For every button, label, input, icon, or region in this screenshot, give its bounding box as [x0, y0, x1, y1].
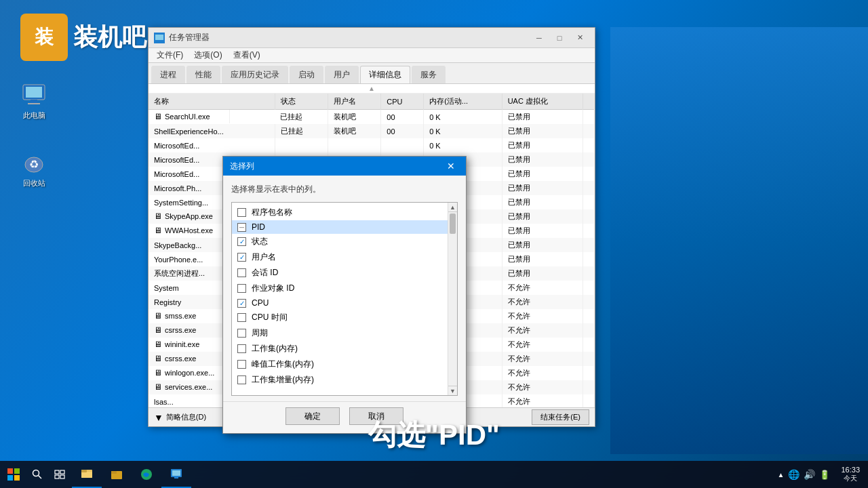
dialog-list-item[interactable]: ─PID — [232, 220, 448, 234]
dialog-list-item[interactable]: 工作集(内存) — [232, 341, 448, 357]
taskbar: ▲ 🌐 🔊 🔋 16:33 今天 — [0, 461, 868, 488]
dialog-list-item[interactable]: 作业对象 ID — [232, 281, 448, 296]
svg-rect-15 — [55, 470, 59, 474]
svg-rect-18 — [60, 475, 64, 479]
tab-users[interactable]: 用户 — [325, 66, 359, 83]
scrollbar-thumb[interactable] — [450, 214, 456, 234]
checkbox-cpu-time[interactable] — [237, 313, 246, 322]
tab-startup[interactable]: 启动 — [290, 66, 323, 83]
checkbox-cycle[interactable] — [237, 329, 246, 338]
tab-details[interactable]: 详细信息 — [360, 66, 410, 83]
computer-icon — [20, 81, 47, 108]
bottom-annotation: 勾选"PID" — [0, 416, 868, 454]
tab-app-history[interactable]: 应用历史记录 — [222, 66, 288, 83]
taskbar-app-edge[interactable] — [132, 461, 161, 488]
desktop-icon-recycle[interactable]: ♻ 回收站 — [9, 149, 58, 188]
taskbar-app-taskmgr[interactable] — [161, 461, 191, 488]
dialog-list-item[interactable]: CPU 时间 — [232, 310, 448, 325]
dialog-list-item[interactable]: 会话 ID — [232, 265, 448, 281]
recycle-icon-label: 回收站 — [23, 179, 45, 188]
menu-view[interactable]: 查看(V) — [228, 48, 266, 62]
checkbox-status[interactable]: ✓ — [237, 237, 246, 246]
menu-options[interactable]: 选项(O) — [189, 48, 227, 62]
col-scrollbar-space — [583, 94, 595, 110]
scrollbar-track[interactable] — [448, 212, 457, 386]
tm-menubar: 文件(F) 选项(O) 查看(V) — [149, 48, 595, 63]
logo-area: 装 装机吧 — [20, 14, 146, 61]
show-desktop-button[interactable] — [865, 461, 868, 488]
col-status[interactable]: 状态 — [275, 94, 328, 110]
tray-network[interactable]: 🌐 — [788, 469, 800, 480]
desktop: 装 装机吧 此电脑 ♻ 回收站 — [0, 0, 868, 488]
tray-expand[interactable]: ▲ — [778, 471, 785, 479]
minimize-button[interactable]: ─ — [530, 31, 549, 45]
checkbox-pid[interactable]: ─ — [237, 223, 246, 232]
dialog-list-item[interactable]: 程序包名称 — [232, 205, 448, 220]
taskbar-app-folder[interactable] — [102, 461, 132, 488]
col-memory[interactable]: 内存(活动... — [424, 94, 502, 110]
svg-text:♻: ♻ — [29, 159, 39, 170]
dialog-list: 程序包名称─PID✓状态✓用户名会话 ID作业对象 ID✓CPUCPU 时间周期… — [232, 203, 448, 395]
checkbox-job-object-id[interactable] — [237, 284, 246, 293]
scrollbar-up[interactable]: ▲ — [448, 203, 457, 212]
search-button[interactable] — [27, 461, 47, 488]
tm-tabs: 进程 性能 应用历史记录 启动 用户 详细信息 服务 — [149, 63, 595, 84]
checkbox-peak-working-set[interactable] — [237, 360, 246, 369]
dialog-list-item[interactable]: ✓状态 — [232, 234, 448, 249]
desktop-icon-computer[interactable]: 此电脑 — [9, 81, 58, 120]
tab-services[interactable]: 服务 — [412, 66, 446, 83]
svg-rect-10 — [14, 468, 20, 474]
dialog-item-label: 用户名 — [252, 251, 276, 263]
svg-rect-27 — [174, 477, 178, 479]
dialog-titlebar: 选择列 ✕ — [223, 157, 466, 176]
dialog-item-label: 工作集(内存) — [252, 343, 298, 354]
tab-process[interactable]: 进程 — [151, 66, 185, 83]
scroll-up-arrow[interactable]: ▲ — [149, 84, 595, 94]
dialog-list-item[interactable]: 工作集增量(内存) — [232, 372, 448, 388]
svg-rect-23 — [111, 471, 117, 474]
dialog-scrollbar[interactable]: ▲ ▼ — [448, 203, 457, 395]
taskbar-app-explorer[interactable] — [72, 461, 102, 488]
start-button[interactable] — [0, 461, 27, 488]
table-row[interactable]: 🖥SearchUI.exe已挂起装机吧000 K已禁用 — [149, 110, 595, 125]
dialog-list-item[interactable]: 峰值工作集(内存) — [232, 357, 448, 372]
scrollbar-down[interactable]: ▼ — [448, 386, 457, 395]
dialog-description: 选择将显示在表中的列。 — [231, 184, 458, 195]
svg-rect-20 — [81, 472, 92, 478]
svg-rect-9 — [7, 468, 13, 474]
dialog-list-item[interactable]: 周期 — [232, 325, 448, 341]
dialog-list-item[interactable]: ✓CPU — [232, 296, 448, 310]
taskbar-clock[interactable]: 16:33 今天 — [835, 466, 865, 483]
checkbox-cpu[interactable]: ✓ — [237, 299, 246, 308]
dialog-close-btn[interactable]: ✕ — [443, 159, 459, 173]
checkbox-working-set-delta[interactable] — [237, 375, 246, 384]
taskbar-tray: ▲ 🌐 🔊 🔋 — [772, 469, 836, 480]
tray-volume[interactable]: 🔊 — [804, 469, 815, 480]
dialog-list-item[interactable]: ✓用户名 — [232, 249, 448, 265]
restore-button[interactable]: □ — [550, 31, 569, 45]
task-view-button[interactable] — [47, 461, 72, 488]
tray-battery: 🔋 — [819, 470, 830, 480]
tm-titlebar: 任务管理器 ─ □ ✕ — [149, 28, 595, 48]
checkbox-session-id[interactable] — [237, 268, 246, 277]
checkbox-username[interactable]: ✓ — [237, 253, 246, 262]
col-user[interactable]: 用户名 — [328, 94, 381, 110]
checkbox-working-set[interactable] — [237, 344, 246, 353]
tab-performance[interactable]: 性能 — [186, 66, 220, 83]
dialog-item-label: CPU 时间 — [252, 312, 288, 323]
svg-rect-8 — [157, 40, 161, 41]
menu-file[interactable]: 文件(F) — [151, 48, 189, 62]
col-cpu[interactable]: CPU — [381, 94, 424, 110]
logo-text: 装机吧 — [73, 21, 146, 54]
dialog-title: 选择列 — [230, 161, 443, 172]
col-uac[interactable]: UAC 虚拟化 — [502, 94, 583, 110]
table-row[interactable]: MicrosoftEd...0 K已禁用 — [149, 138, 595, 152]
col-name[interactable]: 名称 — [149, 94, 275, 110]
select-columns-dialog: 选择列 ✕ 选择将显示在表中的列。 程序包名称─PID✓状态✓用户名会话 ID作… — [222, 156, 467, 434]
table-row[interactable]: ShellExperienceHo...已挂起装机吧000 K已禁用 — [149, 124, 595, 138]
svg-rect-1 — [26, 87, 42, 98]
checkbox-package-name[interactable] — [237, 208, 246, 217]
logo-box: 装 — [20, 14, 68, 61]
close-button[interactable]: ✕ — [570, 31, 589, 45]
taskbar-apps — [72, 461, 772, 488]
